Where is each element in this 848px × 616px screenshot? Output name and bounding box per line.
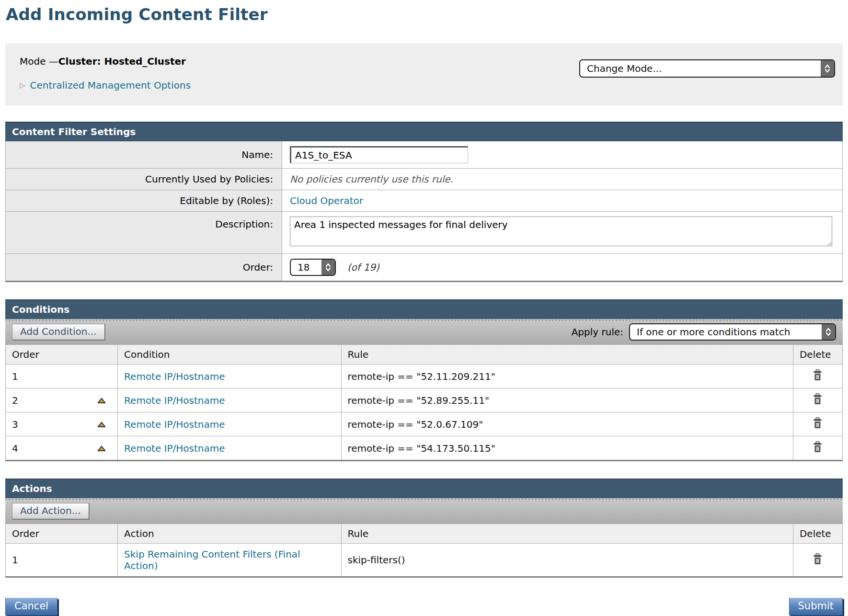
condition-order: 1 bbox=[12, 371, 18, 382]
policies-label: Currently Used by Policies: bbox=[6, 169, 282, 190]
trash-icon bbox=[812, 417, 823, 429]
editable-row: Editable by (Roles): Cloud Operator bbox=[6, 190, 843, 212]
conditions-toolbar: Add Condition... Apply rule: If one or m… bbox=[5, 319, 843, 345]
condition-order-cell: 3 bbox=[6, 412, 118, 436]
delete-condition-button[interactable] bbox=[812, 441, 823, 453]
disclosure-triangle-icon[interactable]: ▷ bbox=[20, 82, 25, 89]
trash-icon bbox=[812, 553, 823, 565]
condition-rule: remote-ip == "52.11.209.211" bbox=[341, 365, 793, 388]
trash-icon bbox=[812, 393, 823, 405]
change-mode-select[interactable]: Change Mode... bbox=[579, 59, 835, 78]
action-link[interactable]: Skip Remaining Content Filters (Final Ac… bbox=[124, 548, 300, 571]
action-rule: skip-filters() bbox=[341, 544, 793, 577]
condition-rule: remote-ip == "52.89.255.11" bbox=[341, 388, 793, 412]
col-condition: Condition bbox=[118, 345, 341, 365]
centralized-management-row: ▷ Centralized Management Options bbox=[20, 80, 835, 91]
conditions-table: Order Condition Rule Delete 1 Remote IP/… bbox=[5, 345, 843, 461]
trash-icon bbox=[812, 369, 823, 381]
actions-toolbar: Add Action... bbox=[5, 498, 843, 524]
page-title: Add Incoming Content Filter bbox=[6, 5, 843, 24]
select-stepper-icon bbox=[821, 60, 834, 77]
col-order: Order bbox=[6, 524, 118, 544]
page-root: Add Incoming Content Filter Mode —Cluste… bbox=[0, 0, 848, 616]
trash-icon bbox=[812, 441, 823, 453]
mode-label: Mode — bbox=[20, 56, 58, 67]
add-action-button[interactable]: Add Action... bbox=[12, 503, 89, 519]
conditions-header: Conditions bbox=[5, 299, 843, 319]
apply-rule-select[interactable]: If one or more conditions match bbox=[629, 323, 836, 341]
condition-order-cell: 1 bbox=[6, 365, 118, 388]
condition-link[interactable]: Remote IP/Hostname bbox=[124, 371, 225, 382]
editable-label: Editable by (Roles): bbox=[6, 190, 282, 212]
centralized-management-options-link[interactable]: Centralized Management Options bbox=[30, 80, 191, 91]
condition-link[interactable]: Remote IP/Hostname bbox=[124, 419, 225, 430]
col-rule: Rule bbox=[341, 524, 793, 544]
actions-header: Actions bbox=[5, 479, 843, 498]
move-up-arrow-icon bbox=[97, 397, 106, 404]
delete-condition-button[interactable] bbox=[812, 417, 823, 429]
description-label: Description: bbox=[6, 212, 282, 254]
select-stepper-icon bbox=[822, 324, 835, 340]
description-row: Description: Area 1 inspected messages f… bbox=[6, 212, 843, 254]
condition-rule: remote-ip == "54.173.50.115" bbox=[341, 436, 793, 461]
condition-link[interactable]: Remote IP/Hostname bbox=[124, 395, 225, 406]
cancel-button[interactable]: Cancel bbox=[5, 598, 57, 616]
actions-panel: Actions Add Action... Order Action Rule … bbox=[5, 479, 843, 578]
apply-rule-group: Apply rule: If one or more conditions ma… bbox=[572, 323, 836, 341]
delete-condition-button[interactable] bbox=[812, 393, 823, 405]
condition-row: 1 Remote IP/Hostname remote-ip == "52.11… bbox=[6, 365, 843, 388]
move-up-arrow-icon bbox=[97, 421, 106, 428]
col-action: Action bbox=[118, 524, 341, 544]
condition-order: 3 bbox=[12, 419, 18, 430]
move-up-button[interactable] bbox=[97, 397, 106, 404]
move-up-button[interactable] bbox=[97, 445, 106, 452]
actions-header-row: Order Action Rule Delete bbox=[6, 524, 843, 544]
condition-order-cell: 4 bbox=[6, 436, 118, 461]
order-select[interactable]: 18 bbox=[290, 259, 336, 276]
order-value-cell: 18 (of 19) bbox=[282, 254, 843, 282]
cloud-operator-link[interactable]: Cloud Operator bbox=[290, 195, 363, 206]
editable-value-cell: Cloud Operator bbox=[282, 190, 843, 212]
actions-table: Order Action Rule Delete 1 Skip Remainin… bbox=[5, 524, 843, 578]
name-input[interactable] bbox=[290, 146, 468, 163]
condition-row: 4 Remote IP/Hostname remote-ip == "54.17… bbox=[6, 436, 843, 461]
condition-rule: remote-ip == "52.0.67.109" bbox=[341, 412, 793, 436]
change-mode-select-value: Change Mode... bbox=[587, 63, 662, 74]
col-delete: Delete bbox=[793, 524, 842, 544]
col-rule: Rule bbox=[341, 345, 793, 365]
move-up-button[interactable] bbox=[97, 421, 106, 428]
condition-link[interactable]: Remote IP/Hostname bbox=[124, 443, 225, 454]
description-value-cell: Area 1 inspected messages for final deli… bbox=[282, 212, 843, 254]
move-up-arrow-icon bbox=[97, 445, 106, 452]
select-stepper-icon bbox=[321, 260, 335, 275]
order-total-label: (of 19) bbox=[347, 262, 379, 273]
condition-order: 4 bbox=[12, 443, 18, 454]
add-condition-button[interactable]: Add Condition... bbox=[12, 324, 105, 340]
content-filter-settings-panel: Content Filter Settings Name: Currently … bbox=[5, 122, 843, 282]
content-filter-settings-header: Content Filter Settings bbox=[5, 122, 843, 141]
name-row: Name: bbox=[6, 141, 843, 169]
mode-panel: Mode —Cluster: Hosted_Cluster Change Mod… bbox=[5, 43, 843, 105]
order-select-value: 18 bbox=[298, 262, 309, 273]
name-label: Name: bbox=[6, 141, 282, 169]
col-delete: Delete bbox=[793, 345, 842, 365]
description-textarea[interactable]: Area 1 inspected messages for final deli… bbox=[290, 217, 832, 246]
delete-action-button[interactable] bbox=[812, 553, 823, 565]
delete-condition-button[interactable] bbox=[812, 369, 823, 381]
order-label: Order: bbox=[6, 254, 282, 282]
apply-rule-select-value: If one or more conditions match bbox=[637, 326, 790, 338]
condition-order: 2 bbox=[12, 395, 18, 406]
order-row: Order: 18 (of 19) bbox=[6, 254, 843, 282]
mode-value: Cluster: Hosted_Cluster bbox=[58, 56, 186, 67]
footer-bar: Cancel Submit bbox=[5, 598, 843, 616]
policies-row: Currently Used by Policies: No policies … bbox=[6, 169, 843, 190]
col-order: Order bbox=[6, 345, 118, 365]
content-filter-settings-table: Name: Currently Used by Policies: No pol… bbox=[5, 141, 843, 282]
submit-button[interactable]: Submit bbox=[789, 598, 843, 616]
condition-order-cell: 2 bbox=[6, 388, 118, 412]
conditions-header-row: Order Condition Rule Delete bbox=[6, 345, 843, 365]
policies-value: No policies currently use this rule. bbox=[290, 173, 453, 185]
name-value-cell bbox=[282, 141, 843, 169]
conditions-panel: Conditions Add Condition... Apply rule: … bbox=[5, 299, 843, 461]
policies-value-cell: No policies currently use this rule. bbox=[282, 169, 843, 190]
